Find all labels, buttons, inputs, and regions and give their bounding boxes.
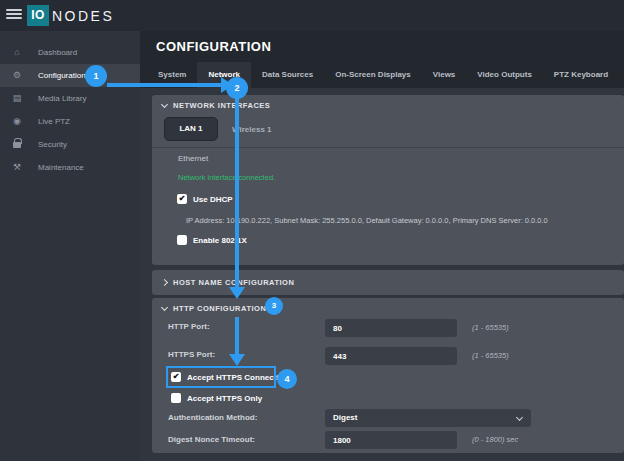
main-content: CONFIGURATION System Network Data Source… — [140, 31, 624, 461]
tab-network[interactable]: Network — [197, 62, 251, 88]
chevron-down-icon — [516, 414, 523, 421]
tab-video-outputs[interactable]: Video Outputs — [466, 62, 543, 88]
digest-nonce-timeout-hint: (0 - 1800) sec — [472, 435, 518, 444]
selected-option: Digest — [333, 413, 357, 422]
authentication-method-select[interactable]: Digest — [325, 409, 531, 427]
sidebar-item-configuration[interactable]: ⚙ Configuration — [0, 64, 140, 87]
accept-https-connections-label: Accept HTTPS Connections — [187, 373, 293, 382]
accept-https-only-label: Accept HTTPS Only — [187, 394, 262, 403]
https-port-input[interactable] — [325, 347, 457, 365]
connection-status-text: Network interface connected. — [178, 173, 275, 182]
chevron-down-icon — [161, 101, 168, 108]
lock-icon — [13, 142, 21, 148]
sidebar-item-label: Media Library — [38, 87, 86, 110]
tab-integration[interactable]: Integration — [619, 62, 624, 88]
http-port-label: HTTP Port: — [168, 322, 210, 331]
top-bar: IO NODES — [0, 0, 624, 31]
tab-wireless1[interactable]: Wireless 1 — [232, 125, 272, 134]
gear-icon: ⚙ — [10, 64, 24, 87]
folder-icon: ▤ — [10, 87, 24, 110]
interface-type-label: Ethernet — [178, 154, 208, 163]
tab-system[interactable]: System — [147, 62, 197, 88]
section-header-host-name[interactable]: HOST NAME CONFIGURATION — [162, 278, 294, 287]
checkbox-use-dhcp[interactable]: ✔ — [177, 194, 187, 204]
app-window: IO NODES ⌂ Dashboard ⚙ Configuration ▤ M… — [0, 0, 624, 461]
chevron-down-icon — [161, 304, 168, 311]
authentication-method-label: Authentication Method: — [168, 413, 257, 422]
host-name-configuration-panel: HOST NAME CONFIGURATION — [152, 270, 624, 295]
section-title: HTTP CONFIGURATION — [173, 304, 266, 313]
sidebar-item-dashboard[interactable]: ⌂ Dashboard — [0, 41, 140, 64]
digest-nonce-timeout-input[interactable] — [325, 431, 457, 449]
sidebar-item-label: Security — [38, 133, 67, 156]
http-port-input[interactable] — [325, 319, 457, 337]
section-header-network-interfaces[interactable]: NETWORK INTERFACES — [162, 101, 270, 110]
home-icon: ⌂ — [10, 41, 24, 64]
logo-io-mark: IO — [27, 5, 49, 26]
sidebar-item-maintenance[interactable]: ⚒ Maintenance — [0, 156, 140, 179]
checkbox-accept-https-only[interactable] — [171, 393, 181, 403]
tab-on-screen-displays[interactable]: On-Screen Displays — [324, 62, 422, 88]
section-title: HOST NAME CONFIGURATION — [173, 278, 294, 287]
page-header: CONFIGURATION — [140, 31, 624, 62]
use-dhcp-label: Use DHCP — [193, 195, 233, 204]
ip-summary-text: IP Address: 10.190.0.222, Subnet Mask: 2… — [186, 216, 548, 225]
section-header-http-configuration[interactable]: HTTP CONFIGURATION — [162, 304, 266, 313]
tab-views[interactable]: Views — [422, 62, 467, 88]
checkmark-icon: ✔ — [171, 372, 181, 382]
network-interfaces-panel: NETWORK INTERFACES LAN 1 Wireless 1 Ethe… — [152, 95, 624, 265]
checkbox-accept-https-connections[interactable]: ✔ — [171, 372, 181, 382]
divider — [152, 147, 624, 148]
sidebar-item-label: Live PTZ — [38, 110, 70, 133]
page-title: CONFIGURATION — [156, 39, 271, 54]
https-port-hint: (1 - 65535) — [472, 351, 509, 360]
https-port-label: HTTPS Port: — [168, 350, 215, 359]
http-configuration-panel: HTTP CONFIGURATION HTTP Port: (1 - 65535… — [152, 298, 624, 453]
camera-icon: ◉ — [10, 110, 24, 133]
sidebar-item-live-ptz[interactable]: ◉ Live PTZ — [0, 110, 140, 133]
tab-ptz-keyboard[interactable]: PTZ Keyboard — [543, 62, 619, 88]
sidebar-item-label: Maintenance — [38, 156, 84, 179]
wrench-icon: ⚒ — [10, 156, 24, 179]
sidebar-item-label: Configuration — [38, 64, 86, 87]
app-logo: IO NODES — [27, 5, 114, 26]
config-tab-bar: System Network Data Sources On-Screen Di… — [140, 62, 624, 88]
chevron-right-icon — [161, 279, 168, 286]
sidebar: ⌂ Dashboard ⚙ Configuration ▤ Media Libr… — [0, 31, 140, 461]
tab-lan1[interactable]: LAN 1 — [164, 117, 218, 141]
digest-nonce-timeout-label: Digest Nonce Timeout: — [168, 435, 255, 444]
logo-nodes-text: NODES — [52, 8, 114, 24]
enable-8021x-label: Enable 802.1X — [193, 236, 247, 245]
sidebar-item-label: Dashboard — [38, 41, 77, 64]
sidebar-item-media-library[interactable]: ▤ Media Library — [0, 87, 140, 110]
checkmark-icon: ✔ — [177, 194, 187, 204]
section-title: NETWORK INTERFACES — [173, 101, 270, 110]
menu-icon[interactable] — [6, 9, 22, 22]
tab-data-sources[interactable]: Data Sources — [251, 62, 324, 88]
checkbox-enable-8021x[interactable] — [177, 235, 187, 245]
sidebar-item-security[interactable]: Security — [0, 133, 140, 156]
config-body: NETWORK INTERFACES LAN 1 Wireless 1 Ethe… — [140, 88, 624, 461]
http-port-hint: (1 - 65535) — [472, 323, 509, 332]
